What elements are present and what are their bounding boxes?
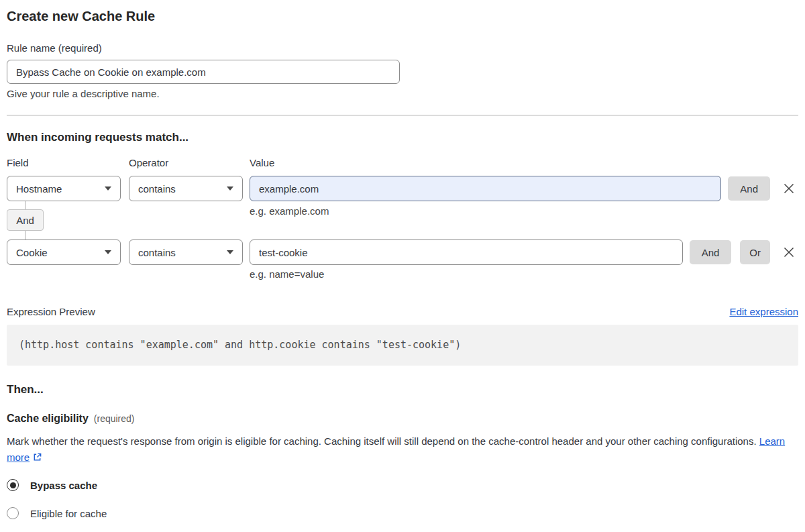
section-divider <box>7 115 798 116</box>
chevron-down-icon <box>105 250 111 254</box>
edit-expression-link[interactable]: Edit expression <box>729 306 798 317</box>
field-select-1[interactable]: Hostname <box>7 176 121 201</box>
value-column-label: Value <box>250 157 798 169</box>
remove-condition-button-1[interactable] <box>780 179 798 198</box>
expression-preview-code: (http.host contains "example.com" and ht… <box>7 325 798 366</box>
condition-row-2: Cookie contains And Or <box>7 240 798 265</box>
remove-condition-button-2[interactable] <box>780 243 798 262</box>
condition-column-headers: Field Operator Value <box>7 157 798 169</box>
match-heading: When incoming requests match... <box>7 130 798 145</box>
rule-name-helper: Give your rule a descriptive name. <box>7 88 798 100</box>
cache-eligibility-description: Mark whether the request's response from… <box>7 433 798 467</box>
cache-eligibility-heading: Cache eligibility <box>7 413 89 425</box>
expression-preview-label: Expression Preview <box>7 306 95 317</box>
operator-select-2[interactable]: contains <box>129 240 243 265</box>
required-note: (required) <box>94 413 135 424</box>
value-input-1[interactable] <box>250 176 721 201</box>
operator-select-1[interactable]: contains <box>129 176 243 201</box>
operator-select-2-value: contains <box>138 247 176 258</box>
close-icon <box>783 246 795 258</box>
rule-name-label: Rule name (required) <box>7 42 798 54</box>
and-button-row-1[interactable]: And <box>728 176 770 201</box>
condition-connector-area: e.g. example.com And <box>7 201 798 240</box>
radio-label-bypass-cache: Bypass cache <box>30 480 97 491</box>
description-text: Mark whether the request's response from… <box>7 435 757 447</box>
chevron-down-icon <box>105 187 111 191</box>
page-title: Create new Cache Rule <box>7 8 798 24</box>
value-hint-2: e.g. name=value <box>250 268 798 280</box>
close-icon <box>783 182 795 195</box>
radio-selected-icon[interactable] <box>7 479 19 491</box>
value-hint-1: e.g. example.com <box>250 205 329 217</box>
create-cache-rule-page: Create new Cache Rule Rule name (require… <box>0 0 805 519</box>
operator-column-label: Operator <box>129 157 243 169</box>
or-button-row-2[interactable]: Or <box>740 240 770 264</box>
external-link-icon <box>32 451 42 467</box>
rule-name-input[interactable] <box>7 60 400 84</box>
radio-dot <box>10 482 16 488</box>
operator-select-1-value: contains <box>138 183 176 195</box>
chevron-down-icon <box>227 187 233 191</box>
field-select-2[interactable]: Cookie <box>7 240 121 265</box>
radio-option-eligible-for-cache[interactable]: Eligible for cache <box>7 507 798 519</box>
value-input-2[interactable] <box>250 240 683 265</box>
radio-unselected-icon[interactable] <box>7 507 19 519</box>
cache-eligibility-heading-row: Cache eligibility (required) <box>7 413 798 425</box>
condition-row-1: Hostname contains And <box>7 176 798 201</box>
and-connector-chip[interactable]: And <box>7 209 44 231</box>
then-heading: Then... <box>7 382 798 397</box>
expression-preview-header: Expression Preview Edit expression <box>7 306 798 317</box>
field-select-2-value: Cookie <box>16 247 48 258</box>
radio-label-eligible-for-cache: Eligible for cache <box>30 508 107 519</box>
and-button-row-2[interactable]: And <box>690 240 732 264</box>
connector-line <box>25 231 25 240</box>
radio-option-bypass-cache[interactable]: Bypass cache <box>7 479 798 491</box>
chevron-down-icon <box>227 250 233 254</box>
connector-line <box>25 201 25 209</box>
field-select-1-value: Hostname <box>16 183 62 195</box>
field-column-label: Field <box>7 157 121 169</box>
